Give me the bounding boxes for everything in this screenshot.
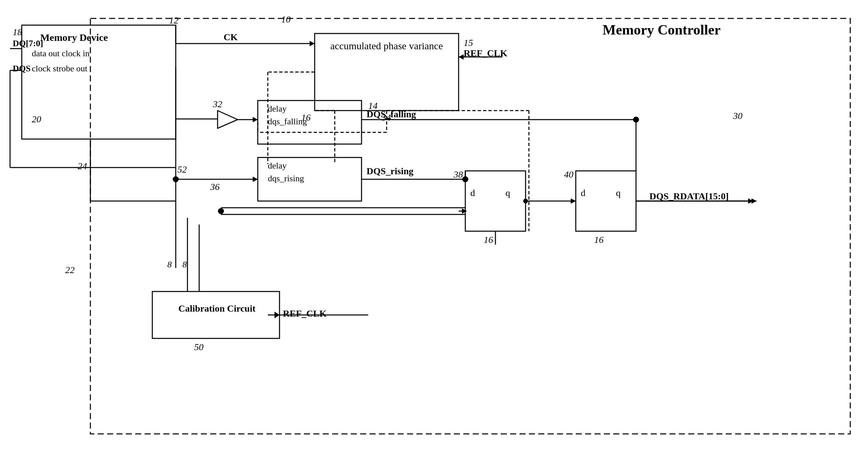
- svg-marker-19: [218, 111, 238, 128]
- ref-15: 15: [464, 37, 473, 48]
- dqs-rising-label: DQS_rising: [367, 166, 413, 176]
- circuit-diagram: Memory Device data out clock in clock st…: [0, 0, 868, 453]
- ref-20: 20: [32, 114, 41, 125]
- delay-falling-label2: dqs_falling: [268, 117, 307, 126]
- dqs-rdata-label: DQS_RDATA[15:0]: [649, 191, 729, 202]
- memory-controller-title: Memory Controller: [602, 22, 721, 38]
- ref-16b: 16: [484, 234, 493, 245]
- svg-marker-56: [310, 41, 315, 46]
- delay-rising-label1: delay: [268, 161, 286, 171]
- ref-50: 50: [194, 342, 204, 352]
- ref-24: 24: [78, 161, 87, 172]
- memory-device-sub2: clock strobe out: [32, 64, 87, 74]
- memory-device-sub1: data out clock in: [32, 49, 90, 59]
- cal-refclk-label: REF_CLK: [283, 308, 327, 319]
- dqs-falling-label: DQS_falling: [367, 109, 416, 120]
- svg-marker-61: [751, 198, 756, 204]
- ref-32: 32: [213, 99, 222, 110]
- svg-marker-32: [462, 208, 467, 214]
- ref-8b: 8: [182, 260, 187, 270]
- svg-rect-7: [152, 291, 280, 338]
- delay-rising-label2: dqs_rising: [268, 174, 304, 183]
- ref-clk-label-top: REF_CLK: [464, 48, 507, 59]
- svg-point-30: [218, 208, 224, 214]
- ff1-d-label: d: [470, 188, 475, 198]
- dqs-label: DQS: [13, 64, 30, 74]
- svg-marker-58: [253, 117, 258, 122]
- svg-rect-6: [576, 171, 636, 231]
- svg-marker-35: [571, 198, 576, 204]
- ref-38: 38: [454, 169, 463, 180]
- ref-12: 12: [169, 15, 179, 26]
- ff2-d-label: d: [581, 188, 586, 198]
- cal-circuit-label: Calibration Circuit: [158, 303, 276, 314]
- ref-16c: 16: [594, 234, 603, 245]
- ref-8a: 8: [167, 260, 172, 270]
- ref-36: 36: [210, 181, 220, 192]
- delay-falling-label1: delay: [268, 104, 286, 114]
- svg-point-24: [633, 117, 639, 123]
- ref-30: 30: [733, 111, 742, 121]
- ref-40: 40: [564, 169, 574, 180]
- svg-marker-59: [253, 176, 258, 182]
- ref-18: 18: [13, 27, 22, 37]
- svg-rect-0: [90, 19, 850, 434]
- svg-point-34: [523, 199, 528, 203]
- svg-point-18: [173, 176, 179, 182]
- ff1-q-label: q: [505, 188, 510, 198]
- ref-52: 52: [178, 164, 187, 175]
- dq-label: DQ[7:0]: [13, 38, 43, 49]
- ff2-q-label: q: [616, 188, 621, 198]
- svg-rect-5: [465, 171, 526, 231]
- ref-10: 10: [281, 14, 290, 25]
- svg-marker-57: [459, 54, 464, 60]
- acc-phase-label: accumulated phase variance: [320, 40, 454, 52]
- memory-device-title: Memory Device: [40, 32, 108, 43]
- ck-label: CK: [224, 32, 238, 43]
- ref-22: 22: [65, 265, 75, 276]
